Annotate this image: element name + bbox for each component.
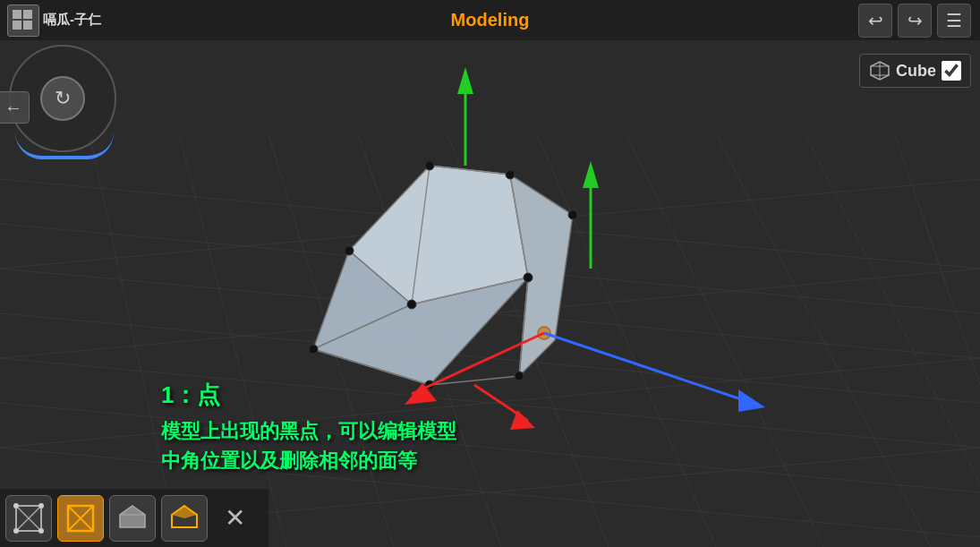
mode-title: Modeling [451,10,530,30]
face-mode-button[interactable] [109,495,156,542]
svg-point-65 [13,503,19,509]
annotation-line2: 中角位置以及删除相邻的面等 [161,446,456,475]
cube-label: Cube [896,62,936,81]
scene-svg [0,0,980,547]
nav-circle-bg[interactable]: ↻ ← [9,45,116,152]
svg-point-39 [309,345,318,354]
blue-arc [15,132,114,159]
cube-panel: Cube [859,54,971,88]
annotation: 1：点 模型上出现的黑点，可以编辑模型 中角位置以及删除相邻的面等 [161,378,456,475]
logo-icon [7,4,39,37]
svg-point-34 [425,161,434,170]
object-mode-button[interactable] [161,495,208,542]
delete-button[interactable]: ✕ [217,500,252,536]
svg-rect-54 [13,10,21,19]
redo-button[interactable]: ↪ [898,4,932,38]
svg-marker-72 [120,506,145,527]
top-right-controls: ↩ ↪ ☰ [858,4,971,38]
svg-point-37 [407,300,416,309]
annotation-line1: 模型上出现的黑点，可以编辑模型 [161,416,456,446]
viewport[interactable]: 嗝瓜-子仁 Modeling ↩ ↪ ☰ ↻ ← Cube 1：点 模型上出现的 [0,0,980,547]
top-bar: 嗝瓜-子仁 Modeling ↩ ↪ ☰ [0,0,980,40]
undo-button[interactable]: ↩ [858,4,892,38]
bottom-toolbar: ✕ [0,489,268,547]
edge-mode-button[interactable] [57,495,104,542]
logo-area: 嗝瓜-子仁 [0,4,108,37]
channel-name: 嗝瓜-子仁 [43,12,101,29]
vertex-mode-button[interactable] [5,495,52,542]
svg-point-41 [515,372,524,380]
svg-point-68 [38,528,44,534]
nav-left-button[interactable]: ← [0,91,30,124]
cube-icon [869,60,891,81]
annotation-title: 1：点 [161,378,456,413]
svg-point-36 [524,273,533,282]
svg-rect-55 [23,10,32,19]
svg-point-35 [506,170,515,179]
svg-point-38 [345,246,354,255]
nav-circle: ↻ ← [9,45,125,161]
cube-checkbox[interactable] [942,61,961,81]
svg-rect-57 [23,21,32,30]
rotate-button[interactable]: ↻ [40,76,85,121]
svg-point-67 [13,528,19,534]
svg-point-42 [568,210,577,219]
svg-point-66 [38,503,44,509]
svg-rect-56 [13,21,21,30]
menu-button[interactable]: ☰ [937,4,971,38]
